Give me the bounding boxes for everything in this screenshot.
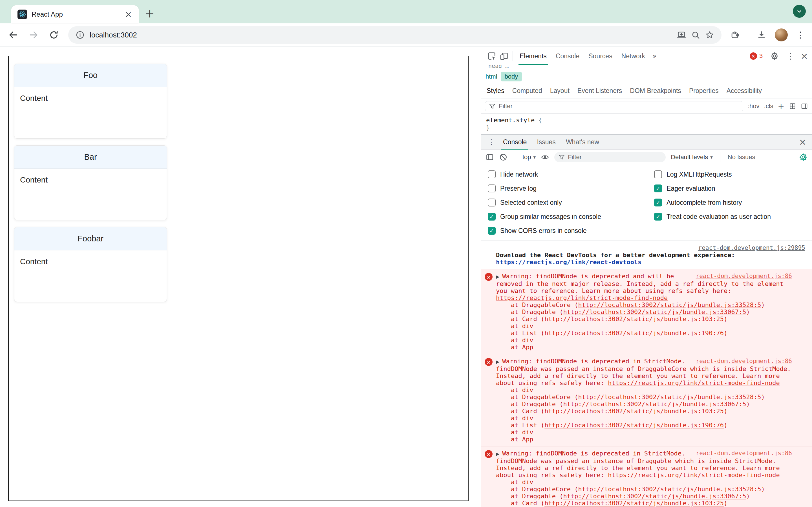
back-button[interactable] [7, 29, 19, 41]
devtools-close-icon[interactable]: × [801, 52, 808, 61]
stack-link[interactable]: http://localhost:3002/static/js/bundle.j… [545, 500, 724, 507]
card-title[interactable]: Bar [14, 146, 167, 169]
url-text[interactable]: localhost:3002 [90, 31, 137, 40]
setting-eager-evaluation[interactable]: ✓ Eager evaluation [647, 181, 812, 195]
context-selector[interactable]: top ▾ [522, 154, 536, 161]
card-title[interactable]: Foo [14, 64, 167, 87]
stack-link[interactable]: http://localhost:3002/static/js/bundle.j… [545, 330, 724, 337]
console-settings-gear-icon[interactable] [799, 153, 808, 161]
devtools-settings-gear-icon[interactable] [768, 50, 781, 62]
tab-layout[interactable]: Layout [546, 87, 573, 95]
card-bar[interactable]: Bar Content [14, 145, 167, 220]
setting-group-similar[interactable]: ✓ Group similar messages in console [481, 210, 647, 224]
setting-show-cors-errors[interactable]: ✓ Show CORS errors in console [481, 224, 647, 238]
tab-event-listeners[interactable]: Event Listeners [573, 87, 626, 95]
color-swatch-icon[interactable] [789, 103, 796, 110]
tab-close-icon[interactable]: × [123, 10, 134, 19]
element-style-block[interactable]: element.style { } [481, 114, 812, 134]
message-source-link[interactable]: react-dom.development.js:86 [696, 358, 792, 365]
message-link[interactable]: https://reactjs.org/link/react-devtools [496, 259, 642, 266]
setting-log-xmlhttprequests[interactable]: ✓ Log XMLHttpRequests [647, 167, 812, 181]
tab-console[interactable]: Console [551, 47, 584, 65]
zoom-icon[interactable] [691, 31, 700, 40]
device-toolbar-icon[interactable] [498, 50, 510, 62]
issues-counter[interactable]: No Issues [728, 154, 755, 161]
checkbox[interactable]: ✓ [488, 199, 496, 207]
show-sidebar-icon[interactable] [801, 103, 808, 110]
tab-network[interactable]: Network [617, 47, 650, 65]
bookmark-star-icon[interactable] [705, 31, 714, 40]
setting-preserve-log[interactable]: ✓ Preserve log [481, 181, 647, 195]
tab-computed[interactable]: Computed [508, 87, 546, 95]
card-foobar[interactable]: Foobar Content [14, 227, 167, 302]
styles-filter-input-box[interactable] [485, 101, 743, 111]
checkbox[interactable]: ✓ [488, 213, 496, 221]
extensions-icon[interactable] [730, 30, 740, 40]
browser-menu-icon[interactable]: ⋮ [796, 31, 805, 39]
message-link[interactable]: https://reactjs.org/link/strict-mode-fin… [608, 379, 779, 386]
tab-accessibility[interactable]: Accessibility [723, 87, 766, 95]
toggle-hover-state-button[interactable]: :hov [748, 103, 760, 110]
setting-selected-context-only[interactable]: ✓ Selected context only [481, 195, 647, 210]
stack-link[interactable]: http://localhost:3002/static/js/bundle.j… [578, 301, 761, 308]
breadcrumb-html[interactable]: html [486, 73, 497, 80]
new-tab-button[interactable]: + [143, 7, 156, 20]
checkbox[interactable]: ✓ [654, 170, 662, 178]
tab-elements[interactable]: Elements [515, 47, 551, 65]
tab-styles[interactable]: Styles [483, 87, 508, 95]
card-title[interactable]: Foobar [14, 227, 167, 250]
drawer-tab-issues[interactable]: Issues [532, 135, 560, 150]
log-levels-selector[interactable]: Default levels ▾ [671, 154, 713, 161]
checkbox[interactable]: ✓ [488, 184, 496, 192]
error-count-badge[interactable]: × 3 [750, 52, 763, 60]
checkbox[interactable]: ✓ [488, 170, 496, 178]
tab-sources[interactable]: Sources [584, 47, 617, 65]
message-source-link[interactable]: react-dom.development.js:29895 [698, 244, 805, 251]
profile-avatar[interactable] [775, 29, 788, 41]
checkbox[interactable]: ✓ [654, 199, 662, 207]
message-link[interactable]: https://reactjs.org/link/strict-mode-fin… [496, 294, 668, 301]
address-bar[interactable]: localhost:3002 [68, 26, 721, 44]
console-filter-input[interactable] [568, 154, 662, 161]
stack-link[interactable]: http://localhost:3002/static/js/bundle.j… [563, 308, 746, 316]
console-filter-box[interactable] [554, 152, 666, 162]
new-style-rule-button[interactable]: + [778, 102, 784, 110]
forward-button[interactable] [28, 29, 40, 41]
browser-tab[interactable]: React App × [11, 5, 139, 23]
card-foo[interactable]: Foo Content [14, 64, 167, 138]
site-info-icon[interactable] [75, 31, 85, 40]
drawer-tab-whats-new[interactable]: What's new [561, 135, 604, 150]
setting-hide-network[interactable]: ✓ Hide network [481, 167, 647, 181]
drawer-close-icon[interactable]: × [797, 137, 808, 147]
clear-console-icon[interactable] [499, 153, 507, 161]
stack-link[interactable]: http://localhost:3002/static/js/bundle.j… [563, 400, 746, 407]
drawer-tab-console[interactable]: Console [498, 135, 532, 150]
install-icon[interactable] [677, 31, 686, 40]
stack-link[interactable]: http://localhost:3002/static/js/bundle.j… [578, 393, 761, 400]
setting-treat-code-eval[interactable]: ✓ Treat code evaluation as user action [647, 210, 812, 224]
breadcrumb-body[interactable]: body [501, 72, 522, 81]
devtools-menu-icon[interactable]: ⋮ [786, 52, 795, 60]
message-link[interactable]: https://reactjs.org/link/strict-mode-fin… [608, 471, 779, 478]
message-source-link[interactable]: react-dom.development.js:86 [696, 450, 792, 457]
stack-link[interactable]: http://localhost:3002/static/js/bundle.j… [545, 421, 724, 429]
setting-autocomplete-history[interactable]: ✓ Autocomplete from history [647, 195, 812, 210]
expand-icon[interactable]: ▶ [496, 451, 499, 457]
toggle-class-button[interactable]: .cls [764, 103, 773, 110]
drawer-menu-icon[interactable]: ⋮ [485, 138, 498, 146]
style-selector[interactable]: element.style [486, 117, 535, 124]
styles-filter-input[interactable] [499, 103, 740, 110]
checkbox[interactable]: ✓ [654, 213, 662, 221]
checkbox[interactable]: ✓ [488, 227, 496, 235]
downloads-icon[interactable] [757, 30, 766, 40]
more-tabs-icon[interactable]: » [650, 52, 659, 60]
inspect-element-icon[interactable] [486, 50, 498, 62]
expand-icon[interactable]: ▶ [496, 359, 499, 364]
eye-watch-icon[interactable] [541, 153, 549, 161]
console-sidebar-icon[interactable] [486, 153, 494, 161]
tab-dom-breakpoints[interactable]: DOM Breakpoints [626, 87, 685, 95]
reload-button[interactable] [48, 29, 60, 41]
message-source-link[interactable]: react-dom.development.js:86 [696, 273, 792, 280]
stack-link[interactable]: http://localhost:3002/static/js/bundle.j… [545, 407, 724, 414]
tab-search-button[interactable] [793, 5, 806, 18]
